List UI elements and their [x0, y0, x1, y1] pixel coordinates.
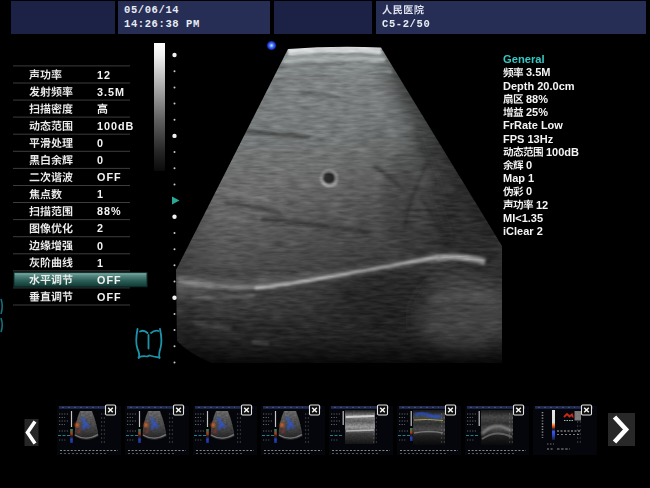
svg-text:0: 0 [97, 240, 104, 252]
svg-text:100dB: 100dB [97, 120, 134, 132]
svg-text:2: 2 [97, 222, 104, 234]
svg-text:14:26:38 PM: 14:26:38 PM [124, 18, 200, 30]
svg-text:OFF: OFF [97, 274, 122, 286]
svg-text:0: 0 [526, 185, 532, 197]
svg-text:100dB: 100dB [546, 146, 579, 158]
svg-text:25%: 25% [526, 106, 548, 118]
svg-text:88%: 88% [526, 93, 548, 105]
svg-text:OFF: OFF [97, 171, 122, 183]
svg-text:88%: 88% [97, 205, 122, 217]
svg-text:Depth 20.0cm: Depth 20.0cm [503, 80, 575, 92]
svg-text:General: General [503, 53, 545, 65]
svg-text:05/06/14: 05/06/14 [124, 4, 179, 16]
svg-text:3.5M: 3.5M [526, 66, 550, 78]
svg-text:MI<1.35: MI<1.35 [503, 212, 543, 224]
svg-text:0: 0 [97, 154, 104, 166]
svg-text:OFF: OFF [97, 291, 122, 303]
svg-text:1: 1 [97, 188, 104, 200]
svg-text:0: 0 [97, 137, 104, 149]
svg-text:0: 0 [526, 159, 532, 171]
svg-text:FPS 13Hz: FPS 13Hz [503, 133, 554, 145]
svg-text:iClear 2: iClear 2 [503, 225, 543, 237]
svg-text:3.5M: 3.5M [97, 86, 125, 98]
svg-text:C5-2/50: C5-2/50 [382, 18, 430, 30]
svg-text:Map 1: Map 1 [503, 172, 534, 184]
svg-text:12: 12 [97, 69, 111, 81]
svg-text:1: 1 [97, 257, 104, 269]
svg-text:FrRate Low: FrRate Low [503, 119, 563, 131]
svg-text:12: 12 [536, 199, 548, 211]
